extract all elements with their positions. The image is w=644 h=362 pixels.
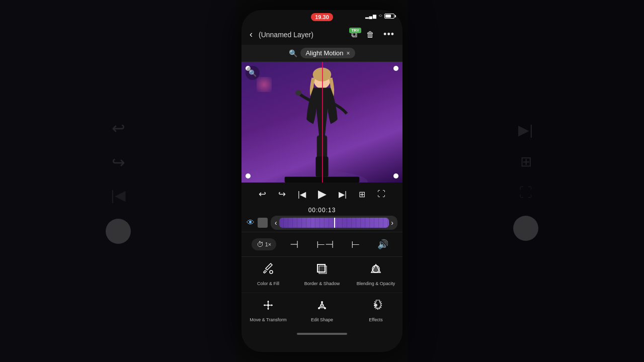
border-shadow-icon (316, 263, 328, 278)
status-icons: ▂▄▆ ⌔ (365, 13, 394, 19)
border-shadow-button[interactable]: Border & Shadow (295, 257, 349, 293)
undo-button[interactable]: ↩ (257, 187, 268, 202)
move-transform-label: Move & Transform (250, 317, 287, 323)
left-undo-icon: ↩ (112, 119, 125, 138)
move-transform-icon (262, 299, 274, 314)
skip-back-button[interactable]: |◀ (296, 188, 308, 201)
back-button[interactable]: ‹ (248, 27, 255, 42)
svg-point-19 (374, 304, 377, 307)
battery-icon (384, 14, 394, 19)
redo-button[interactable]: ↪ (276, 187, 288, 202)
nav-actions: ⧉ TRY 🗑 ••• (349, 27, 396, 42)
delete-button[interactable]: 🗑 (364, 28, 376, 41)
home-bar[interactable] (297, 333, 347, 335)
transform-handle-tr[interactable] (393, 66, 398, 71)
fullscreen-button[interactable]: ⛶ (375, 188, 387, 201)
battery-fill (385, 15, 391, 18)
wifi-icon: ⌔ (379, 13, 382, 19)
speed-button[interactable]: ⏱ 1× (252, 238, 277, 250)
skip-forward-button[interactable]: ▶| (337, 188, 349, 201)
trim-center-button[interactable]: ⊢⊣ (312, 236, 338, 252)
edit-shape-icon (316, 299, 328, 314)
track-playhead[interactable] (334, 218, 335, 228)
effects-icon (370, 299, 382, 314)
home-indicator (242, 329, 403, 340)
left-side-controls: ↩ ↪ |◀ (0, 0, 236, 362)
timeline-prev-button[interactable]: ‹ (273, 218, 279, 228)
timeline-section: 00:00:13 👁 ‹ › (242, 206, 403, 232)
transform-handle-bl[interactable] (246, 173, 251, 178)
edit-tools: ⏱ 1× ⊣ ⊢⊣ ⊢ 🔊 (242, 232, 403, 256)
right-side-controls: ▶| ⊞ ⛶ (408, 0, 644, 362)
layer-thumbnail (258, 218, 268, 228)
timeline-track[interactable] (279, 218, 389, 228)
play-button[interactable]: ▶ (316, 186, 329, 203)
edit-shape-label: Edit Shape (311, 317, 333, 323)
color-fill-button[interactable]: Color & Fill (242, 257, 295, 293)
svg-point-9 (270, 270, 273, 274)
border-shadow-label: Border & Shadow (304, 281, 340, 287)
trim-left-button[interactable]: ⊣ (286, 236, 302, 252)
right-crop-icon: ⊞ (520, 153, 532, 170)
left-scroll-handle (106, 219, 131, 244)
phone-frame: 19.30 ▂▄▆ ⌔ ‹ (Unnamed Layer) ⧉ TRY 🗑 ••… (242, 10, 403, 352)
tag-close-button[interactable]: × (347, 50, 350, 57)
svg-point-7 (295, 90, 301, 96)
effects-button[interactable]: Effects (349, 293, 403, 329)
search-icon: 🔍 (289, 49, 297, 57)
battery-tip (395, 15, 396, 18)
svg-point-18 (321, 304, 324, 306)
speed-icon: ⏱ (257, 240, 264, 248)
timecode-display: 00:00:13 (247, 207, 397, 214)
playback-controls: ↩ ↪ |◀ ▶ ▶| ⊞ ⛶ (242, 183, 403, 206)
timeline-track-wrap[interactable]: ‹ › (271, 216, 397, 230)
edit-shape-button[interactable]: Edit Shape (295, 293, 349, 329)
svg-point-15 (321, 301, 323, 303)
audio-button[interactable]: 🔊 (373, 237, 392, 252)
copy-button-wrap[interactable]: ⧉ TRY (349, 30, 359, 40)
left-redo-icon: ↪ (112, 153, 125, 172)
blending-opacity-button[interactable]: Blending & Opacity (349, 257, 403, 293)
move-transform-button[interactable]: Move & Transform (242, 293, 295, 329)
track-fill (279, 218, 389, 228)
svg-point-14 (267, 304, 269, 306)
search-tag-chip[interactable]: Alight Motion × (300, 48, 355, 58)
layer-visibility-toggle[interactable]: 👁 (247, 218, 255, 227)
feature-grid-row2: Move & Transform Edit Shape (242, 293, 403, 329)
status-time: 19.30 (311, 13, 333, 21)
search-tag-bar: 🔍 Alight Motion × (242, 45, 403, 62)
signal-icon: ▂▄▆ (365, 14, 377, 19)
feature-grid-row1: Color & Fill Border & Shadow Blending & … (242, 256, 403, 293)
status-bar: 19.30 ▂▄▆ ⌔ (242, 10, 403, 24)
zoom-icon: 🔍 (249, 69, 257, 77)
speed-value: 1× (265, 241, 272, 247)
layer-title: (Unnamed Layer) (259, 31, 345, 39)
svg-point-13 (372, 265, 379, 273)
svg-rect-6 (318, 157, 328, 177)
blending-opacity-label: Blending & Opacity (357, 281, 395, 287)
left-skipl-icon: |◀ (111, 187, 125, 204)
svg-rect-11 (319, 266, 327, 274)
right-scroll-handle (513, 216, 538, 241)
video-canvas: 🔍 (242, 62, 403, 183)
effects-label: Effects (369, 317, 382, 323)
more-menu-button[interactable]: ••• (381, 27, 396, 42)
blending-opacity-icon (370, 263, 382, 278)
transform-handle-br[interactable] (393, 173, 398, 178)
try-badge: TRY (349, 28, 361, 33)
video-playhead (322, 62, 323, 183)
timeline-row: 👁 ‹ › (247, 216, 397, 230)
right-skipr-icon: ▶| (518, 122, 533, 138)
color-fill-label: Color & Fill (257, 281, 279, 287)
trim-right-button[interactable]: ⊢ (347, 236, 364, 252)
nav-bar: ‹ (Unnamed Layer) ⧉ TRY 🗑 ••• (242, 24, 403, 45)
zoom-button[interactable]: 🔍 (246, 66, 260, 80)
tag-label: Alight Motion (305, 49, 343, 57)
right-frame-icon: ⛶ (519, 185, 532, 201)
color-fill-icon (262, 263, 274, 278)
timeline-next-button[interactable]: › (389, 218, 395, 228)
crop-button[interactable]: ⊞ (357, 188, 367, 201)
